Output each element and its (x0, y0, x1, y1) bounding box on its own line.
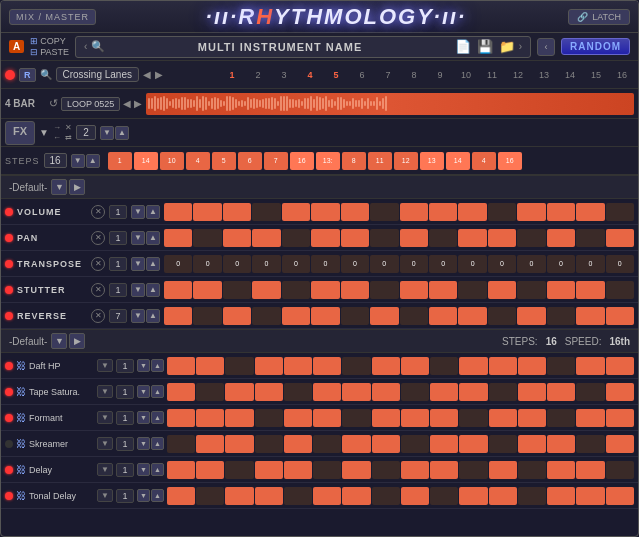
ctrl-block-4[interactable]: 0 (252, 255, 280, 273)
plug-block-16[interactable] (606, 435, 634, 453)
ctrl-block-11[interactable]: 0 (458, 255, 486, 273)
ctrl-block-2[interactable] (193, 229, 221, 247)
tape-satura-dropdown[interactable]: ▼ (97, 385, 113, 398)
tonal-delay-led[interactable] (5, 492, 13, 500)
pattern-prev-arrow[interactable]: ◀ (143, 69, 151, 80)
daft-hp-dropdown[interactable]: ▼ (97, 359, 113, 372)
ctrl-block-13[interactable]: 0 (517, 255, 545, 273)
tape-satura-up[interactable]: ▲ (151, 385, 164, 398)
collapse-arrow[interactable]: ▼ (39, 127, 49, 138)
section-down-2[interactable]: ▼ (51, 333, 67, 349)
formant-led[interactable] (5, 414, 13, 422)
plug-block-10[interactable] (430, 357, 458, 375)
tape-satura-value[interactable]: 1 (116, 385, 134, 399)
ctrl-block-1[interactable] (164, 229, 192, 247)
plug-block-12[interactable] (489, 357, 517, 375)
plug-block-10[interactable] (430, 383, 458, 401)
ctrl-block-15[interactable] (576, 307, 604, 325)
step-num-6[interactable]: 6 (350, 66, 374, 84)
ctrl-block-9[interactable] (400, 229, 428, 247)
reverse-up[interactable]: ▲ (146, 309, 160, 323)
ctrl-block-13[interactable] (517, 281, 545, 299)
pattern-name[interactable]: Crossing Lanes (56, 67, 139, 82)
ctrl-block-15[interactable] (576, 281, 604, 299)
random-button[interactable]: RANDOM (561, 38, 630, 55)
plug-block-9[interactable] (401, 487, 429, 505)
steps-down[interactable]: ▼ (71, 154, 85, 168)
step-num-9[interactable]: 9 (428, 66, 452, 84)
steps-up[interactable]: ▲ (86, 154, 100, 168)
plug-block-3[interactable] (225, 383, 253, 401)
a-badge[interactable]: A (9, 40, 24, 53)
ctrl-block-7[interactable] (341, 281, 369, 299)
save-icon[interactable]: 💾 (477, 39, 493, 54)
plug-block-8[interactable] (372, 357, 400, 375)
plug-block-11[interactable] (459, 461, 487, 479)
ctrl-block-11[interactable] (458, 281, 486, 299)
plug-block-7[interactable] (342, 409, 370, 427)
step-val-12[interactable]: 12 (394, 152, 418, 170)
ctrl-block-12[interactable] (488, 203, 516, 221)
stutter-down[interactable]: ▼ (131, 283, 145, 297)
reverse-led[interactable] (5, 312, 13, 320)
skreamer-dropdown[interactable]: ▼ (97, 437, 113, 450)
step-num-4[interactable]: 4 (298, 66, 322, 84)
plug-block-4[interactable] (255, 409, 283, 427)
tonal-delay-value[interactable]: 1 (116, 489, 134, 503)
fx-val-down[interactable]: ▼ (100, 126, 114, 140)
step-num-16[interactable]: 16 (610, 66, 634, 84)
plug-block-1[interactable] (167, 461, 195, 479)
section-down-1[interactable]: ▼ (51, 179, 67, 195)
r-badge[interactable]: R (19, 68, 36, 82)
ctrl-block-3[interactable] (223, 281, 251, 299)
step-val-11[interactable]: 11 (368, 152, 392, 170)
plug-block-5[interactable] (284, 435, 312, 453)
ctrl-block-16[interactable] (606, 229, 634, 247)
plug-block-4[interactable] (255, 487, 283, 505)
plug-block-1[interactable] (167, 487, 195, 505)
tonal-delay-up[interactable]: ▲ (151, 489, 164, 502)
ctrl-block-7[interactable] (341, 203, 369, 221)
step-num-15[interactable]: 15 (584, 66, 608, 84)
plug-block-15[interactable] (576, 383, 604, 401)
pan-led[interactable] (5, 234, 13, 242)
plug-block-2[interactable] (196, 409, 224, 427)
step-num-11[interactable]: 11 (480, 66, 504, 84)
plug-block-11[interactable] (459, 383, 487, 401)
ctrl-block-10[interactable] (429, 229, 457, 247)
plug-block-2[interactable] (196, 435, 224, 453)
ctrl-block-5[interactable] (282, 281, 310, 299)
plug-block-9[interactable] (401, 435, 429, 453)
plug-block-2[interactable] (196, 383, 224, 401)
ctrl-block-12[interactable]: 0 (488, 255, 516, 273)
step-num-13[interactable]: 13 (532, 66, 556, 84)
plug-block-12[interactable] (489, 461, 517, 479)
plug-block-10[interactable] (430, 487, 458, 505)
ctrl-block-10[interactable] (429, 307, 457, 325)
plug-block-5[interactable] (284, 487, 312, 505)
plug-block-9[interactable] (401, 461, 429, 479)
pattern-led[interactable] (5, 70, 15, 80)
volume-value[interactable]: 1 (109, 205, 127, 219)
plug-block-14[interactable] (547, 435, 575, 453)
plug-block-11[interactable] (459, 487, 487, 505)
plug-block-7[interactable] (342, 357, 370, 375)
ctrl-block-12[interactable] (488, 307, 516, 325)
ctrl-block-16[interactable]: 0 (606, 255, 634, 273)
plug-block-13[interactable] (518, 435, 546, 453)
formant-value[interactable]: 1 (116, 411, 134, 425)
plug-block-16[interactable] (606, 409, 634, 427)
plug-block-8[interactable] (372, 487, 400, 505)
ctrl-block-10[interactable]: 0 (429, 255, 457, 273)
reverse-down[interactable]: ▼ (131, 309, 145, 323)
fx-button[interactable]: FX (5, 121, 35, 145)
plug-block-2[interactable] (196, 487, 224, 505)
delay-led[interactable] (5, 466, 13, 474)
step-val-13[interactable]: 13 (420, 152, 444, 170)
plug-block-4[interactable] (255, 461, 283, 479)
step-val-8[interactable]: 16 (290, 152, 314, 170)
plug-block-8[interactable] (372, 435, 400, 453)
plug-block-2[interactable] (196, 357, 224, 375)
step-val-2[interactable]: 14 (134, 152, 158, 170)
plug-block-4[interactable] (255, 357, 283, 375)
